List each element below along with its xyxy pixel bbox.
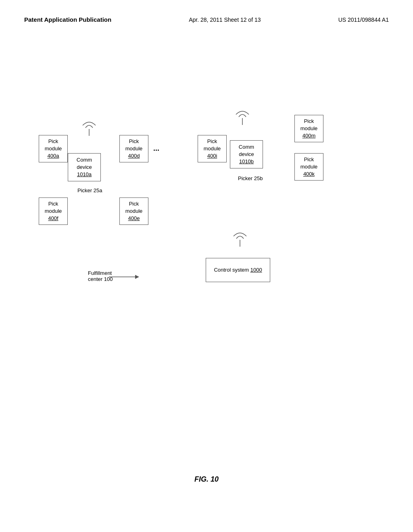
diagram-area: Pickmodule400a Commdevice1010a Pickmodul… xyxy=(0,73,413,395)
wireless-icon-right xyxy=(232,108,252,126)
picker-25b-label: Picker 25b xyxy=(238,175,263,181)
comm-1010a-ref: 1010a xyxy=(77,171,92,177)
svg-marker-4 xyxy=(135,275,139,279)
header-right: US 2011/098844 A1 xyxy=(338,17,389,23)
header-center: Apr. 28, 2011 Sheet 12 of 13 xyxy=(189,17,261,23)
box-pick-400f: Pickmodule400f xyxy=(39,197,68,225)
box-pick-400e: Pickmodule400e xyxy=(119,197,148,225)
fulfillment-arrow xyxy=(109,273,141,281)
wireless-icon-left xyxy=(79,119,99,137)
header-left: Patent Application Publication xyxy=(24,16,111,23)
pick-400a-label: Pickmodule400a xyxy=(45,138,62,160)
page-header: Patent Application Publication Apr. 28, … xyxy=(0,0,413,23)
picker-25a-label: Picker 25a xyxy=(77,187,102,193)
box-control-1000: Control system 1000 xyxy=(206,258,270,282)
comm-1010b-ref: 1010b xyxy=(239,158,254,164)
wireless-icon-control xyxy=(230,230,250,248)
box-pick-400i: Pickmodule400i xyxy=(198,135,227,162)
box-pick-400d: Pickmodule400d xyxy=(119,135,148,162)
box-comm-1010a: Commdevice1010a xyxy=(68,153,101,181)
ellipsis-dots: ... xyxy=(153,144,159,153)
box-pick-400m: Pickmodule400m xyxy=(294,115,323,142)
box-pick-400a: Pickmodule400a xyxy=(39,135,68,162)
box-comm-1010b: Commdevice1010b xyxy=(230,140,263,168)
box-pick-400k: Pickmodule400k xyxy=(294,153,323,181)
figure-caption: FIG. 10 xyxy=(0,475,413,484)
